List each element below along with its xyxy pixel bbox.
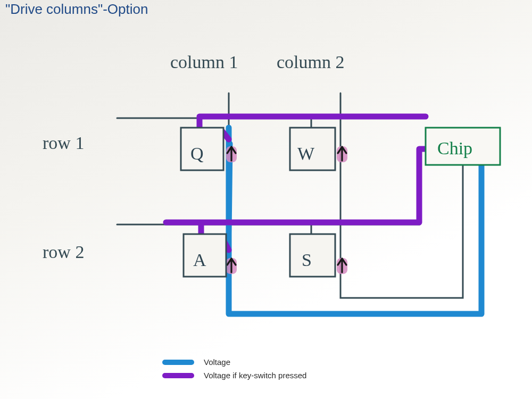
legend-voltage-label: Voltage	[204, 358, 230, 367]
label-column1: column 1	[170, 52, 238, 72]
legend: Voltage Voltage if key-switch pressed	[162, 353, 306, 384]
label-column2: column 2	[277, 52, 344, 72]
legend-voltage: Voltage	[162, 358, 306, 367]
key-w: W	[290, 128, 335, 170]
label-row1: row 1	[43, 133, 84, 153]
legend-pressed-label: Voltage if key-switch pressed	[204, 371, 306, 380]
svg-text:W: W	[297, 144, 315, 163]
key-a: A	[184, 234, 226, 277]
svg-text:Chip: Chip	[437, 138, 472, 158]
wire-column2	[340, 93, 463, 298]
legend-pressed: Voltage if key-switch pressed	[162, 371, 306, 380]
swatch-pressed	[162, 373, 194, 378]
svg-text:A: A	[193, 250, 206, 270]
chip: Chip	[426, 128, 500, 165]
key-s: S	[290, 234, 335, 277]
label-row2: row 2	[43, 242, 84, 262]
diode-s	[337, 258, 347, 274]
diode-q	[226, 146, 237, 162]
svg-rect-10	[290, 234, 335, 277]
wire-row2	[117, 165, 419, 225]
diode-a	[226, 258, 237, 274]
diode-w	[337, 146, 347, 162]
swatch-voltage	[162, 360, 194, 365]
svg-text:Q: Q	[190, 144, 204, 163]
svg-text:S: S	[302, 250, 312, 270]
wire-col1-return	[229, 165, 481, 314]
key-q: Q	[181, 128, 223, 170]
diagram: Q W A S Chip column 1 column 2 row 1 row…	[0, 0, 532, 399]
diagram-title: "Drive columns"-Option	[5, 1, 148, 18]
